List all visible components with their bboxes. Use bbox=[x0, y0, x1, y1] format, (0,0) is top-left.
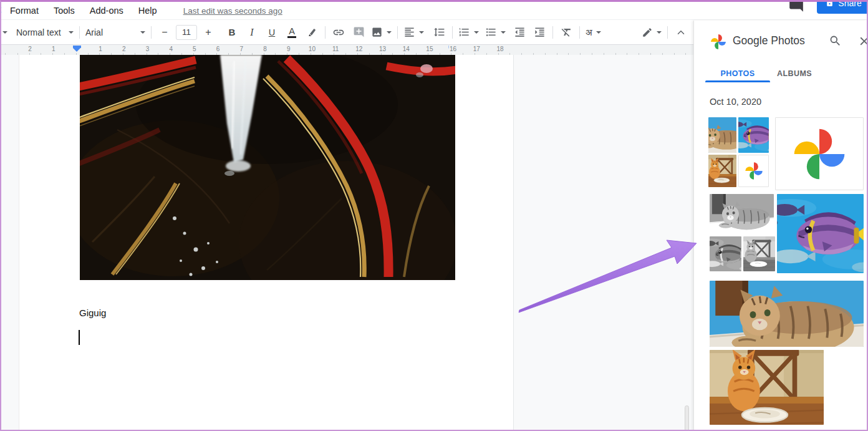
highlight-color-button[interactable] bbox=[304, 24, 319, 41]
lock-icon bbox=[826, 0, 834, 7]
toolbar-separator bbox=[325, 26, 326, 39]
chevron-down-icon bbox=[501, 31, 506, 34]
increase-font-size-button[interactable]: + bbox=[201, 24, 216, 41]
photo-orange-cat-small[interactable] bbox=[708, 155, 736, 187]
collapse-toolbar-button[interactable] bbox=[673, 24, 688, 41]
document-canvas: Giguig bbox=[1, 55, 693, 431]
photo-tabby-cat-small[interactable] bbox=[708, 117, 736, 153]
toolbar-separator bbox=[151, 26, 152, 39]
decrease-indent-button[interactable] bbox=[512, 24, 527, 41]
partial-menu-item: t bbox=[1, 4, 4, 17]
align-button[interactable] bbox=[403, 24, 424, 41]
chevron-down-icon bbox=[596, 31, 601, 34]
bulleted-list-button[interactable] bbox=[485, 24, 506, 41]
add-comment-button[interactable] bbox=[351, 24, 366, 41]
ruler-mark: 12 bbox=[354, 46, 364, 53]
ruler-mark: 1 bbox=[51, 46, 57, 53]
search-icon[interactable] bbox=[829, 34, 842, 47]
photo-logo-large[interactable] bbox=[775, 117, 864, 190]
close-icon[interactable] bbox=[857, 34, 868, 48]
share-button-label: Share bbox=[838, 0, 861, 8]
ruler-mark: 15 bbox=[425, 46, 434, 53]
chevron-down-icon bbox=[140, 31, 145, 34]
photo-purple-fish-grayscale[interactable] bbox=[710, 236, 741, 271]
document-paragraph[interactable]: Giguig bbox=[79, 308, 106, 318]
chevron-down-icon bbox=[657, 31, 662, 34]
ruler-mark: 13 bbox=[378, 46, 387, 53]
google-photos-logo-icon bbox=[710, 34, 726, 50]
toolbar-separator bbox=[579, 26, 580, 39]
text-cursor bbox=[79, 330, 80, 345]
line-spacing-button[interactable] bbox=[432, 24, 446, 41]
share-button[interactable]: Share bbox=[817, 0, 868, 14]
photo-tabby-cat-grayscale[interactable] bbox=[710, 194, 774, 233]
toolbar-separator bbox=[552, 26, 553, 39]
photo-purple-fish-large[interactable] bbox=[777, 194, 864, 273]
ruler-mark: 4 bbox=[168, 46, 174, 53]
font-family-dropdown[interactable]: Arial bbox=[85, 24, 145, 41]
insert-image-button[interactable] bbox=[371, 24, 392, 41]
toolbar-separator bbox=[397, 26, 398, 39]
menu-add-ons[interactable]: Add-ons bbox=[90, 6, 123, 16]
insert-link-button[interactable] bbox=[331, 24, 346, 41]
ruler-mark: 14 bbox=[402, 46, 411, 53]
ruler-mark: 2 bbox=[121, 46, 127, 53]
active-tab-underline bbox=[705, 80, 770, 82]
toolbar-separator bbox=[667, 26, 668, 39]
input-tools-button[interactable]: अ bbox=[586, 24, 601, 41]
ruler: 21123456789101112131415161718 bbox=[1, 45, 693, 55]
editing-mode-button[interactable] bbox=[642, 24, 662, 41]
photo-orange-cat-large[interactable] bbox=[710, 350, 824, 425]
text-color-button[interactable]: A bbox=[284, 24, 299, 41]
chevron-down-icon bbox=[387, 31, 392, 34]
underline-button[interactable]: U bbox=[264, 24, 279, 41]
ruler-mark: 6 bbox=[215, 46, 221, 53]
ruler-mark: 17 bbox=[472, 46, 481, 53]
decrease-font-size-button[interactable]: − bbox=[157, 24, 172, 41]
paragraph-style-dropdown[interactable]: Normal text bbox=[16, 24, 74, 41]
partial-dropdown-caret-icon bbox=[2, 31, 7, 34]
document-image-waterfall[interactable] bbox=[80, 55, 455, 280]
text-color-swatch bbox=[287, 36, 296, 38]
tab-photos[interactable]: PHOTOS bbox=[705, 65, 770, 82]
panel-header: Google Photos bbox=[694, 29, 868, 54]
left-indent-marker[interactable] bbox=[73, 46, 81, 52]
photo-tabby-cat-wide[interactable] bbox=[710, 281, 864, 347]
photo-purple-fish-small[interactable] bbox=[738, 117, 769, 153]
ruler-mark: 16 bbox=[448, 46, 458, 53]
panel-tabs: PHOTOS ALBUMS bbox=[705, 65, 819, 82]
panel-title: Google Photos bbox=[733, 34, 805, 47]
italic-button[interactable]: I bbox=[244, 24, 259, 41]
last-edit-link[interactable]: Last edit was seconds ago bbox=[183, 6, 282, 16]
numbered-list-button[interactable] bbox=[458, 24, 479, 41]
menu-format[interactable]: Format bbox=[10, 6, 39, 16]
comments-icon[interactable] bbox=[786, 0, 807, 13]
vertical-scrollbar-thumb[interactable] bbox=[685, 405, 689, 431]
ruler-mark: 7 bbox=[239, 46, 245, 53]
toolbar-separator bbox=[79, 26, 80, 39]
ruler-mark: 9 bbox=[286, 46, 292, 53]
photo-logo-small[interactable] bbox=[738, 155, 769, 187]
thumbnail-group bbox=[708, 117, 769, 187]
chevron-down-icon bbox=[69, 31, 74, 34]
photo-orange-cat-grayscale[interactable] bbox=[743, 236, 775, 271]
ruler-mark: 3 bbox=[145, 46, 151, 53]
date-header: Oct 10, 2020 bbox=[710, 97, 761, 107]
google-photos-panel: Google Photos PHOTOS ALBUMS Oct 10, 2020 bbox=[693, 21, 868, 431]
font-size-input[interactable]: 11 bbox=[176, 25, 197, 40]
document-page[interactable]: Giguig bbox=[19, 55, 514, 431]
bold-button[interactable]: B bbox=[224, 24, 239, 41]
tab-albums[interactable]: ALBUMS bbox=[770, 65, 819, 82]
menu-bar: t Format Tools Add-ons Help Last edit wa… bbox=[1, 2, 867, 20]
increase-indent-button[interactable] bbox=[532, 24, 547, 41]
ruler-mark: 18 bbox=[495, 46, 504, 53]
ruler-mark: 5 bbox=[191, 46, 198, 53]
toolbar-separator bbox=[452, 26, 453, 39]
chevron-down-icon bbox=[419, 31, 424, 34]
menu-tools[interactable]: Tools bbox=[54, 6, 75, 16]
toolbar: Normal text Arial − 11 + B I U A bbox=[1, 20, 693, 45]
ruler-mark: 8 bbox=[262, 46, 268, 53]
menu-help[interactable]: Help bbox=[138, 6, 157, 16]
ruler-mark: 10 bbox=[307, 46, 317, 53]
clear-formatting-button[interactable] bbox=[559, 24, 574, 41]
